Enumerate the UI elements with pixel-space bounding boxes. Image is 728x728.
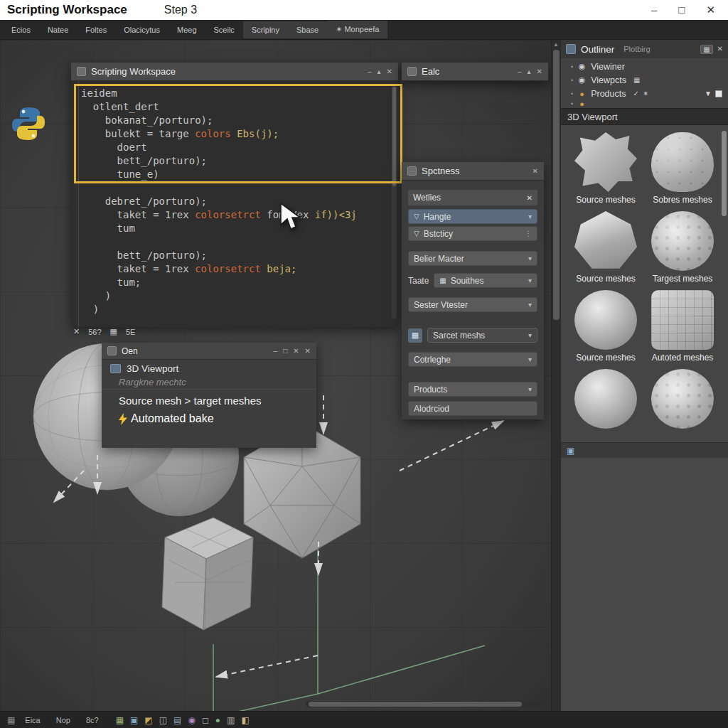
panel-minimize-icon[interactable]: – — [518, 68, 522, 75]
tree-expand-icon[interactable]: • — [571, 63, 573, 70]
menu-item-foltes[interactable]: Foltes — [77, 21, 115, 38]
field-alodrciod[interactable]: Alodrciod — [408, 401, 537, 416]
dialog-close-icon-2[interactable]: ✕ — [305, 347, 311, 355]
status-grid-icon[interactable]: ▦ — [7, 716, 15, 724]
code-line-11[interactable]: tum — [81, 222, 398, 235]
outliner-item-products[interactable]: •●Products✓✶▼ — [561, 87, 728, 100]
viewport-vscrollbar[interactable]: ▲ — [551, 40, 560, 711]
viewport-type-row[interactable]: 3D Viewport — [102, 360, 316, 376]
tree-expand-icon[interactable]: • — [571, 90, 573, 97]
panel-collapse-icon[interactable]: ▴ — [528, 68, 531, 75]
thumbnail-cell-2[interactable]: Sobres meshes — [646, 132, 719, 205]
dropdown-cotrleghe[interactable]: Cotrleghe▾ — [408, 352, 537, 367]
code-line-3[interactable]: bokanat_/porturo); — [81, 114, 398, 127]
outliner-item-viewpcts[interactable]: •◉Viewpcts▦ — [561, 73, 728, 87]
outliner-item-viewiner[interactable]: •◉Viewiner — [561, 60, 728, 73]
outliner-header[interactable]: Outliner Plotbirg ▦ ✕ — [561, 40, 728, 58]
status-label-nop[interactable]: Nop — [56, 716, 70, 724]
status-tool-icon-10[interactable]: ◧ — [241, 716, 249, 724]
maximize-button[interactable]: □ — [678, 4, 685, 16]
dropdown-taate[interactable]: ▦Souithes▾ — [434, 273, 537, 288]
thumbnail-cell-6[interactable]: Autoted meshes — [646, 290, 719, 363]
minimize-button[interactable]: – — [651, 4, 657, 16]
code-editor-body[interactable]: ieidem otlent_dert bokanat_/porturo); bu… — [71, 81, 398, 327]
menu-item-scriplny[interactable]: Scriplny — [243, 21, 288, 38]
bake-dialog-header[interactable]: Oen – □ ✕ ✕ — [102, 343, 316, 360]
subheader-close-icon[interactable]: ✕ — [527, 194, 532, 202]
mesh-grid-icon[interactable]: ▦ — [408, 328, 422, 343]
tree-expand-icon[interactable]: • — [571, 77, 573, 84]
outliner-tab-label[interactable]: Plotbirg — [623, 45, 650, 53]
panel-close-icon[interactable]: ✕ — [532, 167, 538, 175]
tree-expand-icon[interactable]: • — [571, 100, 573, 107]
status-tool-icon-3[interactable]: ◩ — [144, 716, 152, 724]
dialog-maximize-icon[interactable]: □ — [283, 347, 287, 355]
status-tool-icon-6[interactable]: ◉ — [188, 716, 195, 724]
code-line-17[interactable]: ) — [81, 303, 398, 316]
code-line-6[interactable]: bett_/porturo); — [81, 154, 398, 168]
thumbnail-cell-4[interactable]: Targest meshes — [646, 211, 719, 284]
dropdown-arrow-icon[interactable]: ▼ — [705, 90, 712, 97]
status-tool-icon-9[interactable]: ▥ — [227, 716, 235, 724]
automated-bake-button[interactable]: Automated bake — [102, 408, 316, 425]
dropdown-sarcet-meshs[interactable]: Sarcet meshs▾ — [427, 328, 537, 343]
code-line-13[interactable]: bett_/porturo); — [81, 249, 398, 262]
code-line-5[interactable]: doert — [81, 141, 398, 154]
status-tool-icon-4[interactable]: ◫ — [159, 716, 167, 724]
code-line-15[interactable]: tum; — [81, 276, 398, 289]
viewport-3d[interactable]: Scripting Workspace – ▴ ✕ ieidem otlent_… — [0, 40, 551, 711]
mini-toolbar-item-0[interactable]: ✕ — [73, 327, 80, 336]
status-label-8c[interactable]: 8c? — [86, 716, 99, 724]
properties-panel-header[interactable]: Spctness ✕ — [402, 162, 544, 181]
dropdown-bstcticy[interactable]: ▽Bstcticy⋮ — [408, 226, 537, 241]
code-line-4[interactable]: bulekt = targe colors Ebs(j); — [81, 127, 398, 141]
menu-item-olacicytus[interactable]: Olacicytus — [115, 21, 168, 38]
menu-item-ecios[interactable]: Ecios — [3, 21, 39, 38]
badge-icon[interactable]: ✓ — [633, 90, 639, 97]
mini-toolbar-item-2[interactable]: ▦ — [110, 327, 117, 336]
panel-minimize-icon[interactable]: – — [368, 68, 372, 75]
thumbnail-cell-7[interactable] — [569, 369, 642, 442]
dropdown-hangte[interactable]: ▽Hangte▾ — [408, 209, 537, 224]
dialog-minimize-icon[interactable]: – — [274, 347, 278, 355]
code-line-10[interactable]: taket = 1rex colorsetrct fom Vex if))<3j — [81, 208, 398, 222]
thumbnail-cell-1[interactable]: Source meshes — [569, 132, 642, 205]
code-line-12[interactable] — [81, 235, 398, 249]
menu-item-natee[interactable]: Natee — [39, 21, 77, 38]
panel-collapse-icon[interactable]: ▴ — [378, 68, 381, 75]
viewport-hscrollbar[interactable] — [306, 701, 547, 707]
code-line-16[interactable]: ) — [81, 289, 398, 303]
dropdown-belier-macter[interactable]: Belier Macter▾ — [408, 251, 537, 266]
mini-toolbar-item-1[interactable]: 56? — [88, 328, 101, 336]
outliner-close-icon[interactable]: ✕ — [717, 45, 723, 54]
thumbnail-cell-8[interactable] — [646, 369, 719, 442]
code-editor-header[interactable]: Scripting Workspace – ▴ ✕ — [71, 63, 398, 81]
menu-item-meeg[interactable]: Meeg — [168, 21, 205, 38]
outliner-item-partial[interactable]: •● — [561, 100, 728, 107]
code-line-7[interactable]: tune_e) — [81, 168, 398, 181]
thumbnail-scrollbar[interactable] — [722, 131, 727, 216]
panel-close-icon[interactable]: ✕ — [387, 68, 392, 75]
status-tool-icon-8[interactable]: ● — [215, 716, 220, 724]
badge-icon[interactable]: ✶ — [643, 90, 648, 97]
dialog-close-icon[interactable]: ✕ — [293, 347, 299, 355]
badge-icon[interactable]: ▦ — [633, 76, 640, 84]
menu-item-sceilc[interactable]: Sceilc — [205, 21, 243, 38]
color-swatch[interactable] — [715, 90, 722, 97]
mini-toolbar-item-3[interactable]: 5E — [126, 328, 135, 336]
status-tool-icon-1[interactable]: ▦ — [116, 716, 124, 724]
menu-item-monpeefa[interactable]: ✶ Monpeefa — [327, 21, 387, 38]
code-line-8[interactable] — [81, 181, 398, 195]
code-line-2[interactable]: otlent_dert — [81, 100, 398, 114]
scroll-up-icon[interactable]: ▲ — [553, 41, 559, 48]
code-line-14[interactable]: taket = 1rex colorsetrct beja; — [81, 262, 398, 276]
panel-close-icon[interactable]: ✕ — [537, 68, 542, 75]
code-line-9[interactable]: debret_/porturo); — [81, 195, 398, 208]
ealc-panel-header[interactable]: Ealc – ▴ ✕ — [402, 63, 548, 81]
menu-item-sbase[interactable]: Sbase — [288, 21, 327, 38]
thumbnail-cell-5[interactable]: Source meshes — [569, 290, 642, 363]
window-chip-icon[interactable]: ▣ — [567, 446, 574, 456]
status-tool-icon-5[interactable]: ▤ — [173, 716, 181, 724]
status-label-eica[interactable]: Eica — [25, 716, 40, 724]
dropdown-products[interactable]: Products▾ — [408, 382, 537, 397]
